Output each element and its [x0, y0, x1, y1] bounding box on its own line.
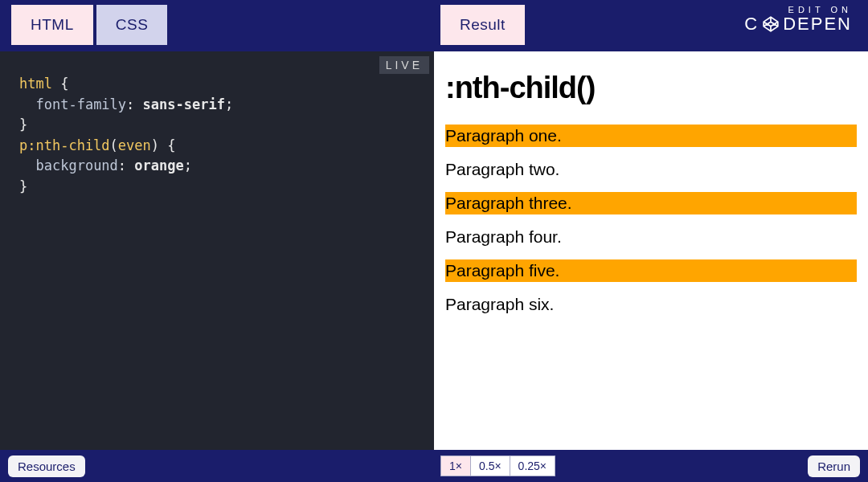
result-paragraph: Paragraph one.	[445, 125, 857, 147]
code-editor-pane[interactable]: LIVE html { font-family: sans-serif; } p…	[0, 51, 434, 450]
codepen-icon	[762, 15, 780, 33]
code-content[interactable]: html { font-family: sans-serif; } p:nth-…	[0, 51, 434, 219]
zoom-0-25x-button[interactable]: 0.25×	[510, 455, 555, 476]
result-tabs: Result	[440, 5, 525, 45]
tab-html[interactable]: HTML	[11, 5, 93, 45]
result-paragraph: Paragraph two.	[445, 158, 857, 181]
tab-result[interactable]: Result	[440, 5, 525, 45]
tab-css[interactable]: CSS	[96, 5, 168, 45]
zoom-0-5x-button[interactable]: 0.5×	[471, 455, 510, 476]
top-bar: HTML CSS Result EDIT ON C DEPEN	[0, 0, 868, 51]
zoom-controls: 1× 0.5× 0.25×	[440, 455, 555, 476]
codepen-branding[interactable]: EDIT ON C DEPEN	[744, 5, 852, 34]
result-paragraph: Paragraph three.	[445, 192, 857, 214]
live-badge: LIVE	[379, 56, 429, 74]
result-heading: :nth-child()	[445, 71, 857, 105]
editor-tabs: HTML CSS	[11, 5, 167, 45]
footer-bar: Resources 1× 0.5× 0.25× Rerun	[0, 450, 868, 482]
result-paragraph: Paragraph four.	[445, 226, 857, 248]
result-pane: :nth-child() Paragraph one. Paragraph tw…	[434, 51, 868, 450]
result-paragraph: Paragraph six.	[445, 293, 857, 316]
codepen-logo-text: C DEPEN	[744, 14, 852, 34]
rerun-button[interactable]: Rerun	[808, 455, 860, 477]
zoom-1x-button[interactable]: 1×	[440, 455, 471, 476]
resources-button[interactable]: Resources	[8, 455, 85, 477]
main-area: LIVE html { font-family: sans-serif; } p…	[0, 51, 868, 450]
result-paragraph: Paragraph five.	[445, 259, 857, 282]
